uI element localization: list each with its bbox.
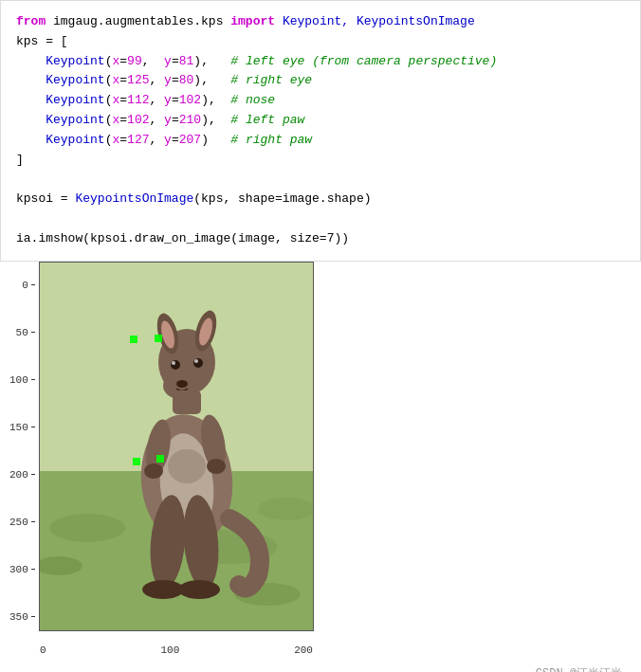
svg-rect-21 (173, 390, 201, 414)
code-line-4: Keypoint(x=125, y=80), # right eye (16, 71, 625, 91)
keyword-import: import (230, 12, 275, 32)
code-line-2: kps = [ (16, 32, 625, 52)
svg-point-18 (172, 361, 175, 365)
keyword-from: from (16, 12, 46, 32)
watermark-text: CSDN @江米江米 (536, 667, 622, 672)
x-axis-row: 0 100 200 (38, 641, 641, 656)
y-axis: 0 50 100 150 200 250 300 350 (9, 262, 35, 641)
code-line-12: ia.imshow(kpsoi.draw_on_image(image, siz… (16, 229, 625, 249)
y-tick-0: 0 (22, 262, 35, 309)
code-line-6: Keypoint(x=102, y=210), # left paw (16, 111, 625, 131)
svg-point-28 (142, 580, 184, 599)
code-line-1: from imgaug.augmentables.kps import Keyp… (16, 12, 625, 32)
kangaroo-plot (39, 262, 314, 631)
svg-rect-34 (156, 455, 164, 463)
class-names: Keypoint, KeypointsOnImage (275, 12, 475, 32)
module-name: imgaug.augmentables.kps (46, 12, 230, 32)
code-line-11 (16, 209, 625, 229)
kangaroo-svg (40, 263, 314, 631)
svg-point-29 (178, 580, 220, 599)
x-tick-200: 200 (294, 645, 313, 656)
code-line-8: ] (16, 151, 625, 171)
svg-point-19 (194, 359, 198, 363)
code-line-5: Keypoint(x=112, y=102), # nose (16, 91, 625, 111)
svg-rect-32 (155, 335, 162, 342)
y-tick-250: 250 (9, 499, 35, 546)
watermark: CSDN @江米江米 (0, 656, 641, 672)
y-tick-200: 200 (9, 451, 35, 499)
plot-container: 0 50 100 150 200 250 300 350 (9, 262, 641, 641)
y-tick-50: 50 (16, 309, 35, 356)
plot-area: 0 50 100 150 200 250 300 350 (0, 262, 641, 672)
svg-rect-31 (130, 336, 137, 343)
x-tick-0: 0 (40, 645, 46, 656)
svg-rect-33 (133, 458, 140, 465)
svg-point-25 (207, 459, 226, 474)
code-line-7: Keypoint(x=127, y=207) # right paw (16, 131, 625, 151)
svg-point-17 (193, 358, 203, 368)
code-block: from imgaug.augmentables.kps import Keyp… (0, 0, 641, 262)
code-line-10: kpsoi = KeypointsOnImage(kps, shape=imag… (16, 190, 625, 209)
svg-point-5 (258, 498, 314, 520)
code-line-3: Keypoint(x=99, y=81), # left eye (from c… (16, 52, 625, 72)
y-tick-100: 100 (9, 356, 35, 404)
svg-point-16 (171, 360, 180, 370)
code-line-9 (16, 170, 625, 190)
svg-point-20 (176, 380, 188, 388)
x-tick-100: 100 (160, 645, 179, 656)
y-tick-150: 150 (9, 404, 35, 451)
svg-point-3 (49, 514, 125, 542)
svg-point-24 (144, 463, 163, 479)
svg-point-30 (168, 449, 206, 483)
y-tick-300: 300 (9, 546, 35, 593)
y-tick-350: 350 (9, 593, 35, 641)
x-tick-labels: 0 100 200 (38, 645, 313, 656)
